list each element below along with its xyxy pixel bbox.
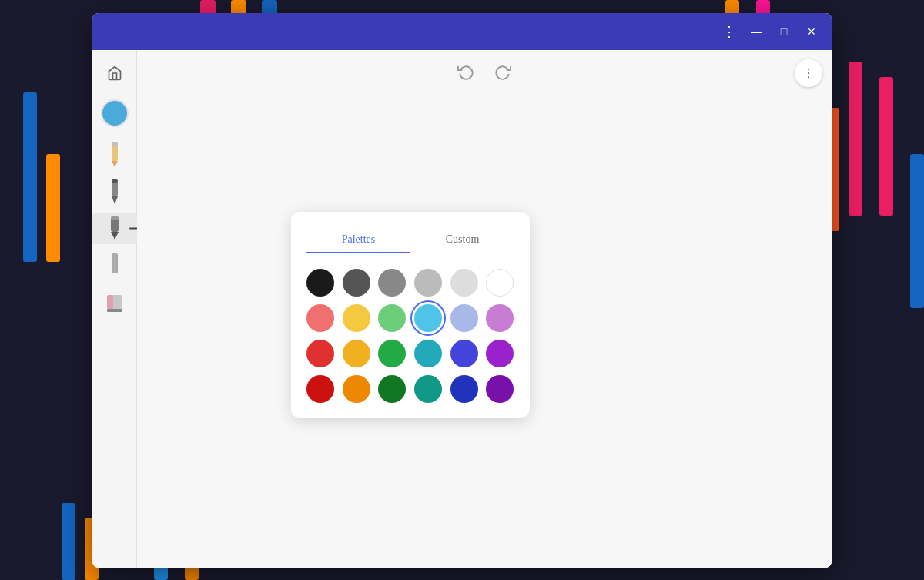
svg-point-16 [808, 76, 809, 78]
sidebar: › [92, 50, 137, 568]
tab-palettes[interactable]: Palettes [306, 227, 410, 253]
color-yellow[interactable] [343, 340, 370, 367]
home-button[interactable] [101, 59, 129, 87]
color-green[interactable] [378, 340, 406, 367]
color-light-green[interactable] [378, 304, 406, 332]
tool-pen[interactable] [96, 176, 133, 207]
color-purple[interactable] [486, 340, 514, 367]
color-white[interactable] [486, 269, 514, 297]
color-dark-red[interactable] [306, 375, 334, 403]
svg-point-15 [808, 72, 809, 73]
redo-icon [494, 63, 511, 80]
titlebar: ⋮ — □ ✕ [92, 13, 832, 50]
window-controls: — □ ✕ [745, 21, 822, 42]
svg-rect-5 [112, 179, 118, 183]
color-light-yellow[interactable] [343, 304, 370, 332]
color-light-red[interactable] [306, 304, 334, 332]
color-medium-gray[interactable] [378, 269, 406, 297]
bg-bar [910, 154, 924, 308]
maximize-button[interactable]: □ [773, 21, 795, 42]
tool-chalk[interactable] [96, 250, 133, 281]
undo-button[interactable] [454, 59, 478, 84]
color-dark-purple[interactable] [486, 375, 514, 403]
color-blue[interactable] [450, 340, 478, 367]
pen-icon [105, 178, 124, 206]
undo-icon [457, 63, 474, 80]
bg-bar [62, 503, 75, 580]
svg-marker-7 [111, 232, 119, 240]
more-options-icon [802, 66, 815, 80]
right-menu-button[interactable] [795, 59, 822, 87]
bg-bar [46, 154, 60, 262]
bg-bar [879, 77, 893, 216]
svg-rect-13 [107, 309, 122, 312]
color-orange[interactable] [343, 375, 370, 403]
color-dark-blue[interactable] [450, 375, 478, 403]
titlebar-more-icon[interactable]: ⋮ [722, 23, 736, 40]
pencil-icon [104, 141, 126, 169]
app-content: › [92, 50, 832, 568]
picker-tabs: Palettes Custom [306, 227, 514, 253]
tool-pencil[interactable] [96, 139, 133, 170]
close-button[interactable]: ✕ [801, 21, 822, 42]
svg-rect-8 [111, 216, 119, 220]
color-cyan[interactable] [414, 340, 442, 367]
color-dark-gray[interactable] [343, 269, 370, 297]
color-dark-green[interactable] [378, 375, 406, 403]
color-light-cyan[interactable] [414, 304, 442, 332]
color-grid [306, 269, 514, 403]
color-lighter-gray[interactable] [450, 269, 478, 297]
canvas-area: Palettes Custom [137, 50, 832, 568]
bg-bar [23, 92, 37, 262]
color-light-purple[interactable] [486, 304, 514, 332]
color-selector[interactable] [101, 99, 129, 127]
chalk-icon [105, 252, 124, 280]
tool-marker-active[interactable]: › [92, 213, 137, 244]
color-red[interactable] [306, 340, 334, 367]
svg-rect-12 [107, 295, 113, 309]
svg-rect-2 [112, 142, 118, 146]
svg-marker-1 [112, 161, 118, 167]
color-light-gray[interactable] [414, 269, 442, 297]
color-light-lavender[interactable] [450, 304, 478, 332]
color-black[interactable] [306, 269, 334, 297]
color-picker-popup: Palettes Custom [291, 212, 530, 418]
tab-custom[interactable]: Custom [410, 227, 514, 253]
top-toolbar [454, 59, 515, 84]
color-dark-teal[interactable] [414, 375, 442, 403]
svg-marker-4 [112, 196, 118, 204]
redo-button[interactable] [490, 59, 515, 84]
home-icon [107, 65, 122, 81]
minimize-button[interactable]: — [745, 21, 767, 42]
bg-bar [849, 62, 862, 216]
eraser-icon [103, 289, 126, 317]
app-window: ⋮ — □ ✕ [92, 13, 832, 568]
tool-eraser[interactable] [96, 287, 133, 318]
svg-point-14 [808, 68, 809, 69]
marker-icon [104, 215, 126, 243]
